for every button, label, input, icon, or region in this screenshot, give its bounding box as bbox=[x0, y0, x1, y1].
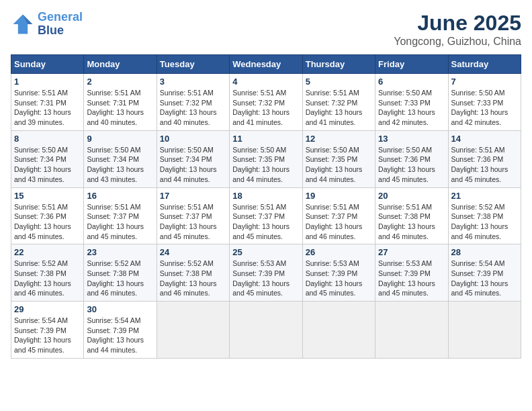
calendar-cell: 29Sunrise: 5:54 AMSunset: 7:39 PMDayligh… bbox=[11, 302, 84, 359]
day-info: Sunrise: 5:50 AMSunset: 7:35 PMDaylight:… bbox=[232, 145, 299, 185]
day-info: Sunrise: 5:51 AMSunset: 7:36 PMDaylight:… bbox=[451, 145, 518, 185]
day-number: 13 bbox=[378, 134, 445, 144]
day-number: 3 bbox=[160, 77, 226, 87]
day-info: Sunrise: 5:53 AMSunset: 7:39 PMDaylight:… bbox=[306, 259, 372, 298]
day-info: Sunrise: 5:51 AMSunset: 7:37 PMDaylight:… bbox=[160, 202, 226, 242]
calendar-cell: 3Sunrise: 5:51 AMSunset: 7:32 PMDaylight… bbox=[157, 74, 229, 131]
day-info: Sunrise: 5:51 AMSunset: 7:32 PMDaylight:… bbox=[306, 88, 372, 128]
calendar-cell bbox=[157, 302, 229, 359]
calendar-cell: 2Sunrise: 5:51 AMSunset: 7:31 PMDaylight… bbox=[84, 74, 157, 131]
day-number: 20 bbox=[378, 191, 445, 201]
header-saturday: Saturday bbox=[448, 55, 521, 74]
calendar-cell: 23Sunrise: 5:52 AMSunset: 7:38 PMDayligh… bbox=[84, 244, 157, 302]
day-number: 7 bbox=[451, 77, 518, 87]
day-number: 10 bbox=[160, 134, 226, 144]
day-number: 23 bbox=[87, 247, 153, 257]
day-number: 16 bbox=[87, 191, 153, 201]
week-row-3: 15Sunrise: 5:51 AMSunset: 7:36 PMDayligh… bbox=[11, 187, 521, 244]
calendar-cell: 13Sunrise: 5:50 AMSunset: 7:36 PMDayligh… bbox=[375, 130, 448, 187]
calendar-cell: 8Sunrise: 5:50 AMSunset: 7:34 PMDaylight… bbox=[11, 130, 84, 187]
header-wednesday: Wednesday bbox=[230, 55, 302, 74]
day-number: 22 bbox=[14, 247, 81, 257]
day-info: Sunrise: 5:51 AMSunset: 7:32 PMDaylight:… bbox=[160, 88, 226, 128]
calendar-cell: 14Sunrise: 5:51 AMSunset: 7:36 PMDayligh… bbox=[448, 130, 521, 187]
header: GeneralBlue June 2025 Yongcong, Guizhou,… bbox=[11, 11, 521, 48]
week-row-5: 29Sunrise: 5:54 AMSunset: 7:39 PMDayligh… bbox=[11, 302, 521, 359]
day-info: Sunrise: 5:51 AMSunset: 7:36 PMDaylight:… bbox=[14, 202, 81, 242]
calendar-cell: 11Sunrise: 5:50 AMSunset: 7:35 PMDayligh… bbox=[230, 130, 302, 187]
day-number: 6 bbox=[378, 77, 445, 87]
day-info: Sunrise: 5:51 AMSunset: 7:38 PMDaylight:… bbox=[378, 202, 445, 242]
week-row-2: 8Sunrise: 5:50 AMSunset: 7:34 PMDaylight… bbox=[11, 130, 521, 187]
day-number: 1 bbox=[14, 77, 81, 87]
day-info: Sunrise: 5:51 AMSunset: 7:37 PMDaylight:… bbox=[306, 202, 372, 242]
day-number: 19 bbox=[306, 191, 372, 201]
day-info: Sunrise: 5:50 AMSunset: 7:34 PMDaylight:… bbox=[87, 145, 153, 185]
day-number: 5 bbox=[306, 77, 372, 87]
calendar-cell: 19Sunrise: 5:51 AMSunset: 7:37 PMDayligh… bbox=[302, 187, 375, 244]
day-info: Sunrise: 5:54 AMSunset: 7:39 PMDaylight:… bbox=[451, 259, 518, 298]
day-info: Sunrise: 5:51 AMSunset: 7:37 PMDaylight:… bbox=[87, 202, 153, 242]
calendar-cell: 27Sunrise: 5:53 AMSunset: 7:39 PMDayligh… bbox=[375, 244, 448, 302]
day-info: Sunrise: 5:50 AMSunset: 7:34 PMDaylight:… bbox=[160, 145, 226, 185]
day-info: Sunrise: 5:50 AMSunset: 7:34 PMDaylight:… bbox=[14, 145, 81, 185]
header-friday: Friday bbox=[375, 55, 448, 74]
day-info: Sunrise: 5:51 AMSunset: 7:31 PMDaylight:… bbox=[14, 88, 81, 128]
day-info: Sunrise: 5:52 AMSunset: 7:38 PMDaylight:… bbox=[451, 202, 518, 242]
day-number: 15 bbox=[14, 191, 81, 201]
day-info: Sunrise: 5:52 AMSunset: 7:38 PMDaylight:… bbox=[14, 259, 81, 298]
calendar-cell: 22Sunrise: 5:52 AMSunset: 7:38 PMDayligh… bbox=[11, 244, 84, 302]
day-number: 14 bbox=[451, 134, 518, 144]
day-number: 28 bbox=[451, 247, 518, 257]
day-number: 12 bbox=[306, 134, 372, 144]
calendar-cell: 30Sunrise: 5:54 AMSunset: 7:39 PMDayligh… bbox=[84, 302, 157, 359]
header-sunday: Sunday bbox=[11, 55, 84, 74]
calendar-cell: 4Sunrise: 5:51 AMSunset: 7:32 PMDaylight… bbox=[230, 74, 302, 131]
title-area: June 2025 Yongcong, Guizhou, China bbox=[394, 11, 521, 48]
day-number: 29 bbox=[14, 304, 81, 314]
logo-text: GeneralBlue bbox=[38, 11, 83, 38]
day-info: Sunrise: 5:50 AMSunset: 7:33 PMDaylight:… bbox=[451, 88, 518, 128]
logo-icon bbox=[11, 12, 35, 36]
subtitle: Yongcong, Guizhou, China bbox=[394, 36, 521, 48]
header-tuesday: Tuesday bbox=[157, 55, 229, 74]
day-number: 11 bbox=[232, 134, 299, 144]
calendar-cell: 7Sunrise: 5:50 AMSunset: 7:33 PMDaylight… bbox=[448, 74, 521, 131]
calendar-cell: 28Sunrise: 5:54 AMSunset: 7:39 PMDayligh… bbox=[448, 244, 521, 302]
calendar-cell: 12Sunrise: 5:50 AMSunset: 7:35 PMDayligh… bbox=[302, 130, 375, 187]
day-info: Sunrise: 5:51 AMSunset: 7:32 PMDaylight:… bbox=[232, 88, 299, 128]
header-monday: Monday bbox=[84, 55, 157, 74]
calendar-cell: 5Sunrise: 5:51 AMSunset: 7:32 PMDaylight… bbox=[302, 74, 375, 131]
week-row-4: 22Sunrise: 5:52 AMSunset: 7:38 PMDayligh… bbox=[11, 244, 521, 302]
day-number: 30 bbox=[87, 304, 153, 314]
day-info: Sunrise: 5:50 AMSunset: 7:33 PMDaylight:… bbox=[378, 88, 445, 128]
calendar-cell: 10Sunrise: 5:50 AMSunset: 7:34 PMDayligh… bbox=[157, 130, 229, 187]
calendar-cell: 9Sunrise: 5:50 AMSunset: 7:34 PMDaylight… bbox=[84, 130, 157, 187]
day-info: Sunrise: 5:51 AMSunset: 7:37 PMDaylight:… bbox=[232, 202, 299, 242]
day-info: Sunrise: 5:53 AMSunset: 7:39 PMDaylight:… bbox=[232, 259, 299, 298]
calendar-cell: 25Sunrise: 5:53 AMSunset: 7:39 PMDayligh… bbox=[230, 244, 302, 302]
day-number: 2 bbox=[87, 77, 153, 87]
calendar-cell: 6Sunrise: 5:50 AMSunset: 7:33 PMDaylight… bbox=[375, 74, 448, 131]
day-info: Sunrise: 5:51 AMSunset: 7:31 PMDaylight:… bbox=[87, 88, 153, 128]
calendar-cell: 26Sunrise: 5:53 AMSunset: 7:39 PMDayligh… bbox=[302, 244, 375, 302]
day-number: 18 bbox=[232, 191, 299, 201]
day-info: Sunrise: 5:54 AMSunset: 7:39 PMDaylight:… bbox=[87, 316, 153, 355]
calendar-cell: 16Sunrise: 5:51 AMSunset: 7:37 PMDayligh… bbox=[84, 187, 157, 244]
calendar-cell: 1Sunrise: 5:51 AMSunset: 7:31 PMDaylight… bbox=[11, 74, 84, 131]
day-number: 24 bbox=[160, 247, 226, 257]
calendar-cell: 17Sunrise: 5:51 AMSunset: 7:37 PMDayligh… bbox=[157, 187, 229, 244]
calendar-cell: 20Sunrise: 5:51 AMSunset: 7:38 PMDayligh… bbox=[375, 187, 448, 244]
calendar-header-row: SundayMondayTuesdayWednesdayThursdayFrid… bbox=[11, 55, 521, 74]
calendar-cell: 18Sunrise: 5:51 AMSunset: 7:37 PMDayligh… bbox=[230, 187, 302, 244]
day-number: 4 bbox=[232, 77, 299, 87]
header-thursday: Thursday bbox=[302, 55, 375, 74]
day-number: 26 bbox=[306, 247, 372, 257]
calendar-cell: 15Sunrise: 5:51 AMSunset: 7:36 PMDayligh… bbox=[11, 187, 84, 244]
calendar-cell bbox=[448, 302, 521, 359]
calendar-cell bbox=[230, 302, 302, 359]
day-number: 17 bbox=[160, 191, 226, 201]
day-info: Sunrise: 5:54 AMSunset: 7:39 PMDaylight:… bbox=[14, 316, 81, 355]
day-number: 8 bbox=[14, 134, 81, 144]
calendar-cell bbox=[302, 302, 375, 359]
